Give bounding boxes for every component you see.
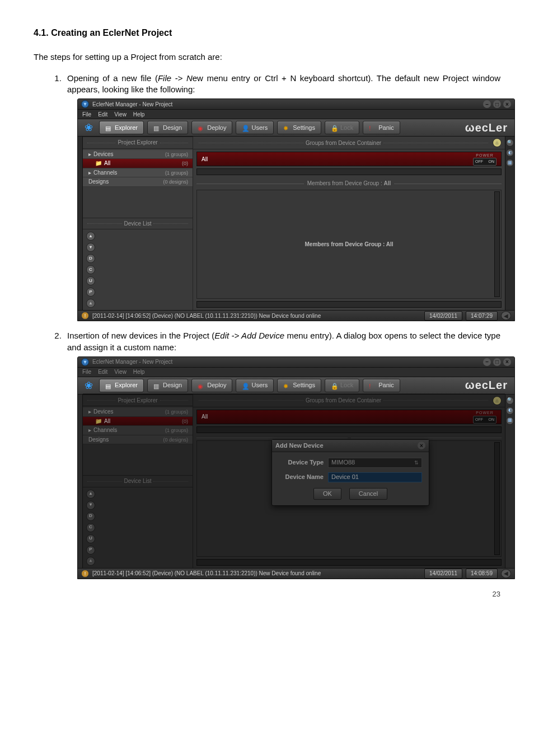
zoom-icon[interactable]: 🔍 xyxy=(506,397,514,405)
groups-horizontal-scrollbar[interactable] xyxy=(196,168,502,175)
toolbar: ❀ ▤Explorer ▥Design ◉Deploy 👤Users ✸Sett… xyxy=(78,119,514,137)
menu-file[interactable]: File xyxy=(82,368,91,376)
tree-all[interactable]: 📁 All(0) xyxy=(83,159,193,168)
maximize-button[interactable]: □ xyxy=(493,358,501,366)
panic-button[interactable]: !Panic xyxy=(363,379,400,392)
step2-italic: Edit -> Add Device xyxy=(214,331,284,340)
explorer-button[interactable]: ▤Explorer xyxy=(99,379,144,392)
explorer-icon: ▤ xyxy=(105,124,112,131)
lock-icon: 🔒 xyxy=(331,124,338,131)
warning-icon: ! xyxy=(81,312,89,320)
screenshot-2: ▼ EclerNet Manager - New Project – □ × F… xyxy=(77,356,515,579)
window-titlebar: ▼ EclerNet Manager - New Project – □ × xyxy=(78,357,514,368)
status-message: [2011-02-14] [14:06:52] (Device) (NO LAB… xyxy=(92,570,421,577)
panic-button[interactable]: !Panic xyxy=(363,121,400,134)
lock-button[interactable]: 🔒Lock xyxy=(325,379,359,392)
project-explorer-title: Project Explorer xyxy=(83,137,193,149)
speaker-icon[interactable]: ◀ xyxy=(501,569,511,578)
tree-channels[interactable]: ▸ Channels(1 groups) xyxy=(83,168,193,178)
left-gutter xyxy=(78,395,83,568)
tree-devices[interactable]: ▸ Devices(1 groups) xyxy=(83,150,193,159)
status-date: 14/02/2011 xyxy=(424,311,462,321)
brand-logo: ωecLer xyxy=(465,120,511,135)
tree-designs[interactable]: Designs(0 designs) xyxy=(83,177,193,187)
filter-c-button[interactable]: C xyxy=(86,265,95,274)
designs-count: (0 designs) xyxy=(163,179,188,185)
status-date: 14/02/2011 xyxy=(424,569,462,579)
settings-button[interactable]: ✸Settings xyxy=(277,121,321,134)
right-gutter: 🔍 ◐ ▦ xyxy=(505,137,514,310)
panic-label: Panic xyxy=(378,124,394,132)
lock-label: Lock xyxy=(340,124,353,132)
step-1: Opening of a new file (File -> New menu … xyxy=(64,73,500,322)
users-button[interactable]: 👤Users xyxy=(236,121,274,134)
lock-label: Lock xyxy=(340,381,353,389)
channels-label: Channels xyxy=(93,169,117,177)
minimize-button[interactable]: – xyxy=(483,100,491,108)
filter-d-button[interactable]: D xyxy=(86,254,95,263)
sort-up-icon[interactable]: ▴ xyxy=(86,232,95,241)
sidebar: Project Explorer ▸ Devices(1 groups) 📁 A… xyxy=(83,137,193,310)
menu-help[interactable]: Help xyxy=(133,368,145,376)
members-title-name: All xyxy=(383,180,391,186)
grid-icon[interactable]: ▦ xyxy=(506,417,514,425)
filter-u-button[interactable]: U xyxy=(86,276,95,285)
design-button[interactable]: ▥Design xyxy=(147,121,188,134)
warning-icon: ! xyxy=(81,570,89,577)
menu-view[interactable]: View xyxy=(114,111,127,119)
menu-file[interactable]: File xyxy=(82,111,91,119)
all-label: All xyxy=(104,159,110,167)
design-icon: ▥ xyxy=(153,382,160,389)
step1-text-a: Opening of a new file ( xyxy=(67,73,158,83)
power-toggle[interactable]: POWER OFFON xyxy=(473,153,496,166)
app-icon: ▼ xyxy=(81,100,89,108)
close-button[interactable]: × xyxy=(503,358,511,366)
group-all-bar[interactable]: All POWER OFFON xyxy=(196,152,502,166)
gear-icon: ✸ xyxy=(283,382,290,389)
explorer-icon: ▤ xyxy=(105,382,112,389)
settings-button[interactable]: ✸Settings xyxy=(277,379,321,392)
window-titlebar: ▼ EclerNet Manager - New Project – □ × xyxy=(78,99,514,110)
channels-count: (1 groups) xyxy=(165,170,188,176)
members-placeholder: Members from Device Group : All xyxy=(305,241,394,248)
users-icon: 👤 xyxy=(242,382,249,389)
members-vertical-scrollbar[interactable] xyxy=(494,191,500,298)
brand-logo: ωecLer xyxy=(465,378,511,393)
brand-text: ecLer xyxy=(475,379,508,391)
menu-edit[interactable]: Edit xyxy=(98,111,107,119)
home-icon[interactable]: ⌂ xyxy=(493,138,502,147)
groups-header: Groups from Device Container⌂ xyxy=(193,137,505,149)
bell-icon[interactable]: ▲ xyxy=(86,299,95,308)
contrast-icon[interactable]: ◐ xyxy=(506,149,514,157)
main-content: Groups from Device Container⌂ All POWER … xyxy=(193,137,505,310)
zoom-icon[interactable]: 🔍 xyxy=(506,139,514,147)
members-header: Members from Device Group : All xyxy=(196,180,502,187)
sort-down-icon[interactable]: ▾ xyxy=(86,243,95,252)
menu-view[interactable]: View xyxy=(114,368,127,376)
status-bar: ! [2011-02-14] [14:06:52] (Device) (NO L… xyxy=(78,310,514,321)
deploy-icon: ◉ xyxy=(198,124,204,131)
settings-label: Settings xyxy=(293,124,315,132)
users-button[interactable]: 👤Users xyxy=(236,379,274,392)
toolbar: ❀ ▤Explorer ▥Design ◉Deploy 👤Users ✸Sett… xyxy=(78,377,514,395)
members-horizontal-scrollbar[interactable] xyxy=(196,301,502,308)
status-time: 14:08:59 xyxy=(466,569,498,579)
explorer-button[interactable]: ▤Explorer xyxy=(99,121,144,134)
minimize-button[interactable]: – xyxy=(483,358,491,366)
design-button[interactable]: ▥Design xyxy=(147,379,188,392)
contrast-icon[interactable]: ◐ xyxy=(506,407,514,415)
deploy-button[interactable]: ◉Deploy xyxy=(191,379,232,392)
panic-icon: ! xyxy=(369,382,376,389)
deploy-button[interactable]: ◉Deploy xyxy=(191,121,232,134)
menu-edit[interactable]: Edit xyxy=(98,368,107,376)
maximize-button[interactable]: □ xyxy=(493,100,501,108)
filter-p-button[interactable]: P xyxy=(86,288,95,297)
lock-button[interactable]: 🔒Lock xyxy=(325,121,359,134)
groups-title: Groups from Device Container xyxy=(306,139,381,147)
grid-icon[interactable]: ▦ xyxy=(506,159,514,167)
close-button[interactable]: × xyxy=(503,100,511,108)
menu-help[interactable]: Help xyxy=(133,111,145,119)
speaker-icon[interactable]: ◀ xyxy=(501,311,511,320)
design-label: Design xyxy=(163,124,182,132)
members-area: Members from Device Group : All xyxy=(196,190,502,299)
